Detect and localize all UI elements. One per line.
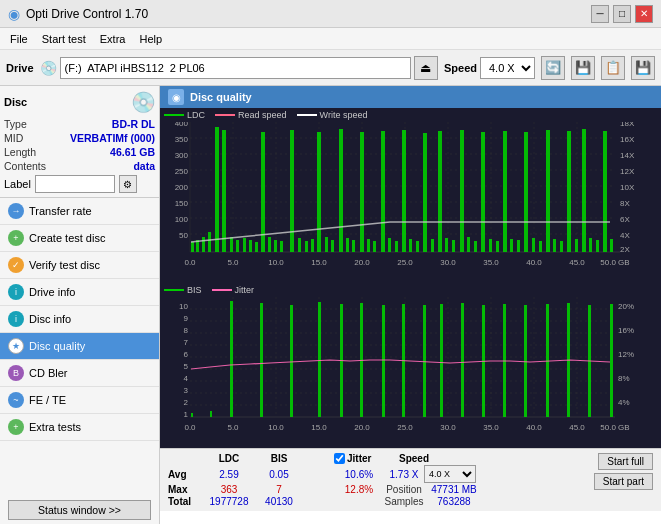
nav-icon-disc-quality: ★ — [8, 338, 24, 354]
disc-length-label: Length — [4, 146, 36, 158]
svg-text:50.0 GB: 50.0 GB — [600, 423, 629, 432]
svg-rect-52 — [305, 241, 308, 252]
disc-length-value: 46.61 GB — [110, 146, 155, 158]
drive-icon: 💿 — [40, 60, 57, 76]
nav-fe-te[interactable]: ~ FE / TE — [0, 387, 159, 414]
svg-text:30.0: 30.0 — [440, 423, 456, 432]
svg-text:50.0 GB: 50.0 GB — [600, 258, 629, 267]
app-title: Opti Drive Control 1.70 — [26, 7, 148, 21]
jitter-checkbox[interactable] — [334, 453, 345, 464]
svg-rect-66 — [402, 130, 406, 252]
svg-text:0.0: 0.0 — [184, 258, 196, 267]
svg-rect-40 — [222, 130, 226, 252]
disc-header: Disc 💿 — [4, 90, 155, 114]
speed-label: Speed — [444, 62, 477, 74]
disc-label-input[interactable] — [35, 175, 115, 193]
nav-create-test-disc[interactable]: + Create test disc — [0, 225, 159, 252]
svg-text:20%: 20% — [618, 302, 634, 311]
speed-combo[interactable]: 4.0 X 2.0 X 8.0 X — [480, 57, 535, 79]
stats-col-headers: LDC BIS Jitter Speed — [204, 453, 590, 464]
refresh-button[interactable]: 🔄 — [541, 56, 565, 80]
svg-text:150: 150 — [175, 199, 189, 208]
svg-rect-70 — [431, 239, 434, 252]
nav-disc-quality[interactable]: ★ Disc quality — [0, 333, 159, 360]
svg-text:10: 10 — [179, 302, 188, 311]
nav-disc-info[interactable]: i Disc info — [0, 306, 159, 333]
disc-mid-label: MID — [4, 132, 23, 144]
disc-label-button[interactable]: ⚙ — [119, 175, 137, 193]
svg-text:30.0: 30.0 — [440, 258, 456, 267]
svg-text:16X: 16X — [620, 135, 635, 144]
top-chart-svg: 400 350 300 250 200 150 100 50 18X 16X 1… — [160, 122, 661, 270]
svg-text:10.0: 10.0 — [268, 258, 284, 267]
nav-extra-tests[interactable]: + Extra tests — [0, 414, 159, 441]
content-area: ◉ Disc quality LDC Read speed Write spee… — [160, 86, 661, 524]
speed-select[interactable]: 4.0 X 2.0 X 8.0 X — [424, 465, 476, 483]
status-window-button[interactable]: Status window >> — [8, 500, 151, 520]
menu-start-test[interactable]: Start test — [36, 32, 92, 46]
start-full-button[interactable]: Start full — [598, 453, 653, 470]
main-area: Disc 💿 Type BD-R DL MID VERBATIMf (000) … — [0, 86, 661, 524]
svg-rect-49 — [280, 241, 283, 252]
menu-extra[interactable]: Extra — [94, 32, 132, 46]
svg-text:2X: 2X — [620, 245, 630, 254]
svg-rect-42 — [236, 240, 239, 252]
svg-text:400: 400 — [175, 122, 189, 128]
svg-text:12X: 12X — [620, 167, 635, 176]
start-part-button[interactable]: Start part — [594, 473, 653, 490]
nav-drive-info[interactable]: i Drive info — [0, 279, 159, 306]
save-button[interactable]: 💾 — [631, 56, 655, 80]
svg-rect-60 — [360, 132, 364, 252]
menu-help[interactable]: Help — [133, 32, 168, 46]
svg-text:10X: 10X — [620, 183, 635, 192]
svg-rect-88 — [560, 241, 563, 252]
svg-rect-151 — [423, 305, 426, 417]
settings-button2[interactable]: 📋 — [601, 56, 625, 80]
nav-label-verify: Verify test disc — [29, 259, 100, 271]
title-bar-controls: ─ □ ✕ — [591, 5, 653, 23]
max-jitter: 12.8% — [334, 484, 384, 495]
stats-max-row: Max 363 7 12.8% Position 47731 MB — [168, 484, 590, 495]
avg-ldc: 2.59 — [204, 469, 254, 480]
svg-rect-41 — [230, 237, 233, 252]
legend-bis: BIS — [164, 285, 202, 295]
svg-text:5: 5 — [184, 362, 189, 371]
svg-text:15.0: 15.0 — [311, 423, 327, 432]
nav-label-drive: Drive info — [29, 286, 75, 298]
nav-verify-test-disc[interactable]: ✓ Verify test disc — [0, 252, 159, 279]
nav-icon-create: + — [8, 230, 24, 246]
svg-rect-57 — [339, 129, 343, 252]
nav-label-disc-quality: Disc quality — [29, 340, 85, 352]
svg-rect-79 — [496, 241, 499, 252]
eject-button[interactable]: ⏏ — [414, 56, 438, 80]
settings-button1[interactable]: 💾 — [571, 56, 595, 80]
nav-cd-bler[interactable]: B CD Bler — [0, 360, 159, 387]
svg-text:35.0: 35.0 — [483, 258, 499, 267]
drive-combo[interactable] — [60, 57, 411, 79]
svg-rect-83 — [524, 132, 528, 252]
svg-text:35.0: 35.0 — [483, 423, 499, 432]
col-header-bis: BIS — [254, 453, 304, 464]
title-bar-left: ◉ Opti Drive Control 1.70 — [8, 6, 148, 22]
col-header-ldc: LDC — [204, 453, 254, 464]
maximize-button[interactable]: □ — [613, 5, 631, 23]
top-chart-container: LDC Read speed Write speed — [160, 108, 661, 283]
svg-rect-81 — [510, 239, 513, 252]
nav-transfer-rate[interactable]: → Transfer rate — [0, 198, 159, 225]
svg-rect-74 — [460, 130, 464, 252]
svg-rect-47 — [268, 237, 271, 252]
close-button[interactable]: ✕ — [635, 5, 653, 23]
legend-jitter: Jitter — [212, 285, 255, 295]
svg-text:10.0: 10.0 — [268, 423, 284, 432]
svg-rect-51 — [298, 238, 301, 252]
title-bar: ◉ Opti Drive Control 1.70 ─ □ ✕ — [0, 0, 661, 28]
legend-write-speed: Write speed — [297, 110, 368, 120]
svg-text:18X: 18X — [620, 122, 635, 128]
top-legend: LDC Read speed Write speed — [160, 108, 661, 122]
minimize-button[interactable]: ─ — [591, 5, 609, 23]
svg-rect-65 — [395, 241, 398, 252]
menu-file[interactable]: File — [4, 32, 34, 46]
total-label: Total — [168, 496, 204, 507]
svg-text:300: 300 — [175, 151, 189, 160]
svg-rect-93 — [596, 240, 599, 252]
